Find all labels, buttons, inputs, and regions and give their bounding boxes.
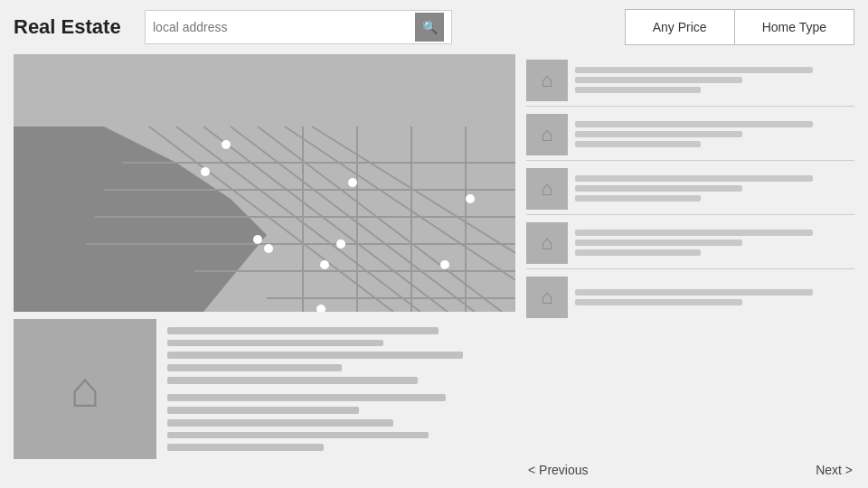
home-icon: ⌂ <box>541 123 552 146</box>
property-thumbnail: ⌂ <box>14 319 156 459</box>
detail-line-8 <box>167 419 393 427</box>
filter-buttons: Any Price Home Type <box>625 9 854 45</box>
search-input[interactable] <box>153 20 415 34</box>
header: Real Estate 🔍 Any Price Home Type <box>0 0 868 54</box>
pagination: < Previous Next > <box>526 457 854 479</box>
detail-line-9 <box>167 432 429 439</box>
list-item[interactable]: ⌂ <box>526 54 854 107</box>
price-filter-button[interactable]: Any Price <box>626 10 735 44</box>
listings-list: ⌂ ⌂ ⌂ <box>526 54 854 457</box>
listing-line <box>575 131 742 137</box>
listings-panel: ⌂ ⌂ ⌂ <box>526 54 854 479</box>
app-title: Real Estate <box>14 15 131 39</box>
listing-line <box>575 299 742 305</box>
svg-point-21 <box>348 178 357 187</box>
detail-line-4 <box>167 364 342 371</box>
listing-line <box>575 249 701 256</box>
svg-point-23 <box>320 260 329 269</box>
svg-point-19 <box>222 140 231 149</box>
detail-line-7 <box>167 407 359 414</box>
listing-line <box>575 175 813 182</box>
home-icon: ⌂ <box>541 231 552 255</box>
listing-thumbnail: ⌂ <box>526 60 568 101</box>
home-icon: ⌂ <box>541 286 552 309</box>
home-icon: ⌂ <box>541 177 552 201</box>
listing-line <box>575 230 813 236</box>
next-button[interactable]: Next > <box>816 463 853 477</box>
home-type-filter-button[interactable]: Home Type <box>735 10 854 44</box>
property-detail-card: ⌂ <box>14 319 515 459</box>
svg-point-27 <box>336 239 345 249</box>
listing-line <box>575 67 813 73</box>
list-item[interactable]: ⌂ <box>526 163 854 215</box>
main-content: ⌂ ⌂ <box>0 54 868 488</box>
detail-line-3 <box>167 352 463 359</box>
listing-line <box>575 77 742 83</box>
svg-point-25 <box>253 235 262 244</box>
map-container: ⌂ <box>14 54 515 479</box>
listing-info <box>575 67 854 93</box>
listing-line <box>575 239 742 246</box>
list-item[interactable]: ⌂ <box>526 108 854 161</box>
svg-point-24 <box>440 260 449 269</box>
listing-line <box>575 195 701 202</box>
listing-line <box>575 289 813 296</box>
listing-info <box>575 230 854 256</box>
list-item[interactable]: ⌂ <box>526 271 854 324</box>
list-item[interactable]: ⌂ <box>526 217 854 269</box>
home-icon: ⌂ <box>541 69 552 92</box>
listing-info <box>575 289 854 305</box>
listing-thumbnail: ⌂ <box>526 222 568 264</box>
listing-thumbnail: ⌂ <box>526 114 568 155</box>
property-info <box>167 319 515 459</box>
listing-line <box>575 185 742 192</box>
detail-line-2 <box>167 340 383 347</box>
search-button[interactable]: 🔍 <box>415 13 444 42</box>
svg-point-26 <box>264 244 273 253</box>
detail-line-1 <box>167 327 439 334</box>
home-icon-large: ⌂ <box>70 361 99 418</box>
listing-info <box>575 175 854 202</box>
listing-info <box>575 121 854 147</box>
svg-point-22 <box>466 194 475 203</box>
map[interactable] <box>14 54 515 312</box>
listing-thumbnail: ⌂ <box>526 168 568 210</box>
listing-line <box>575 141 701 147</box>
detail-line-6 <box>167 394 446 401</box>
detail-line-10 <box>167 444 324 451</box>
previous-button[interactable]: < Previous <box>528 463 589 477</box>
svg-point-20 <box>201 167 210 176</box>
listing-line <box>575 87 701 93</box>
detail-line-5 <box>167 377 418 384</box>
listing-line <box>575 121 813 127</box>
listing-thumbnail: ⌂ <box>526 277 568 318</box>
search-bar: 🔍 <box>145 10 452 44</box>
